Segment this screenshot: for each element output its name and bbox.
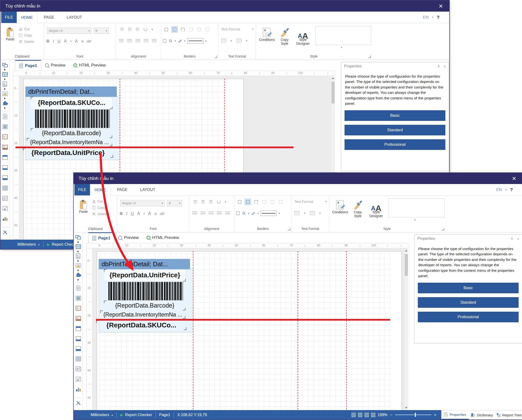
rotate-text-icon[interactable] [144,28,147,31]
conditions-button[interactable]: A Conditions [258,26,276,42]
border-left-button[interactable] [188,26,194,33]
grow-font-button[interactable]: A [75,39,78,44]
vertical-scrollbar[interactable] [404,248,408,410]
dock-tab-dictionary[interactable]: Dictionary [468,410,496,420]
tab-preview[interactable]: Preview [41,60,69,71]
number-format-icon[interactable] [237,39,242,43]
barcode-label-element[interactable]: {ReportData.Barcode} [31,129,112,137]
inventory-name-element[interactable]: {ReportData.InventoryItemNa ... [100,311,185,318]
bold-button[interactable]: B [46,39,49,44]
chart-icon[interactable] [76,386,81,392]
tools-icon[interactable] [2,229,8,236]
plugin-flyout-arrow[interactable] [4,106,6,110]
image-flyout-arrow[interactable] [4,97,6,100]
word-wrap-icon[interactable] [225,212,230,215]
band-component-icon[interactable] [76,234,81,240]
conditions-button[interactable]: A Conditions [331,198,349,214]
fill-bucket-icon[interactable] [168,39,173,43]
font-family-combo[interactable]: Segoe UI ▾ [47,28,91,34]
tab-file[interactable]: FILE [1,12,17,23]
close-icon[interactable]: × [438,2,443,10]
border-none-button[interactable] [204,26,211,33]
language-selector[interactable]: EN [496,187,502,192]
align-left-icon[interactable] [119,39,124,42]
picture-icon[interactable] [2,205,8,211]
chevron-down-icon[interactable]: ▾ [248,212,249,215]
zoom-in-icon[interactable]: + [434,412,436,418]
tab-home[interactable]: HOME [17,12,38,23]
paste-button[interactable]: Paste [2,26,18,41]
sub-report-icon[interactable] [2,175,8,181]
panel-top-icon[interactable] [2,154,8,160]
align-bottom-icon[interactable] [209,200,213,203]
border-top-button[interactable] [179,26,186,33]
tab-home[interactable]: HOME [90,184,111,196]
text-in-cells-icon[interactable]: A [76,366,81,372]
text-flyout-arrow[interactable] [78,259,79,263]
dock-tab-properties[interactable]: Properties [441,410,468,420]
panel-bottom-icon[interactable] [76,336,81,342]
table-flyout-arrow[interactable] [4,78,6,81]
plugin-component-icon[interactable] [2,100,8,106]
border-outline-button[interactable] [245,199,251,205]
chevron-down-icon[interactable]: ▾ [225,200,226,203]
border-square-icon[interactable] [236,212,240,215]
style-designer-button[interactable]: A A StyleDesigner [293,26,312,46]
text-element-bottom[interactable]: {ReportData.UnitPrice} [23,148,113,157]
gallery-expand-icon[interactable]: ▾ [414,218,416,221]
band-flyout-arrow[interactable] [4,68,6,71]
font-size-combo[interactable]: 8 ▾ [167,200,182,206]
text-in-cells-icon[interactable]: A [2,195,8,201]
inventory-name-element[interactable]: {ReportData.InventoryItemNa ... [27,138,112,146]
chevron-down-icon[interactable]: ▾ [70,40,72,43]
scroll-up-icon[interactable] [405,250,407,252]
font-size-combo[interactable]: 8 ▾ [94,28,109,34]
align-top-icon[interactable] [120,28,124,31]
border-outline-button[interactable] [171,26,178,33]
delete-button[interactable]: Delete [19,40,34,44]
chevron-down-icon[interactable]: ▾ [319,212,321,215]
rich-text-icon[interactable]: A [76,305,81,312]
border-pen-icon[interactable] [251,211,256,215]
barcode-label-element[interactable]: {ReportData.Barcode} [104,301,185,310]
clear-format-icon[interactable] [86,40,91,43]
tab-html-preview[interactable]: HTML Preview [69,60,110,71]
pin-icon[interactable] [510,237,514,240]
align-center-icon[interactable] [200,212,205,215]
image-component-icon[interactable] [2,91,8,97]
general-format-icon[interactable] [221,39,226,43]
picture-icon[interactable] [76,376,81,382]
chevron-down-icon[interactable]: ▾ [152,28,153,31]
table-flyout-arrow[interactable] [78,250,79,253]
underline-button[interactable]: U [58,39,61,44]
copy-style-button[interactable]: CopyStyle [350,198,365,218]
help-icon[interactable]: ? [437,15,439,20]
panel-close-icon[interactable]: × [517,237,519,241]
config-basic-button[interactable]: Basic [418,283,519,293]
tab-layout[interactable]: LAYOUT [61,12,88,23]
band-component-icon[interactable] [2,62,8,68]
units-selector[interactable]: Millimeters ▲ [17,242,40,247]
help-icon[interactable]: ? [510,187,513,192]
panel-top-icon[interactable] [76,325,81,331]
text-element-top[interactable]: {ReportData.SKUCo... [31,97,112,108]
scroll-thumb[interactable] [331,82,335,104]
shrink-font-button[interactable]: A [154,212,157,216]
tools-icon[interactable] [76,400,81,406]
units-selector[interactable]: Millimeters ▲ [91,413,113,417]
zoom-slider-handle[interactable] [415,413,416,417]
fill-bucket-icon[interactable] [242,211,246,215]
image-flyout-arrow[interactable] [78,269,79,272]
copy-button[interactable]: Copy [19,33,34,37]
lined-text-icon[interactable] [2,124,8,130]
dock-tab-report-tree[interactable]: Report Tree [495,410,522,420]
pin-icon[interactable] [437,64,440,68]
band-flyout-arrow[interactable] [78,240,79,244]
text-component-icon[interactable]: A [2,81,8,87]
view-single-page-icon[interactable] [352,412,356,417]
clear-format-icon[interactable] [160,213,165,215]
lined-text-icon[interactable] [76,295,81,301]
align-right-icon[interactable] [209,212,214,215]
style-gallery[interactable] [389,199,445,217]
config-professional-button[interactable]: Professional [345,139,445,150]
